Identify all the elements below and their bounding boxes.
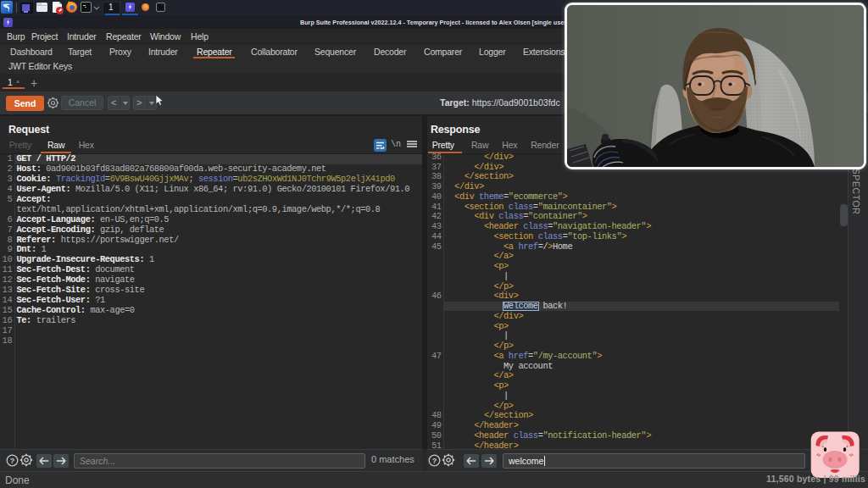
svg-text:?: ?: [10, 456, 15, 464]
svg-text:?: ?: [432, 456, 437, 464]
